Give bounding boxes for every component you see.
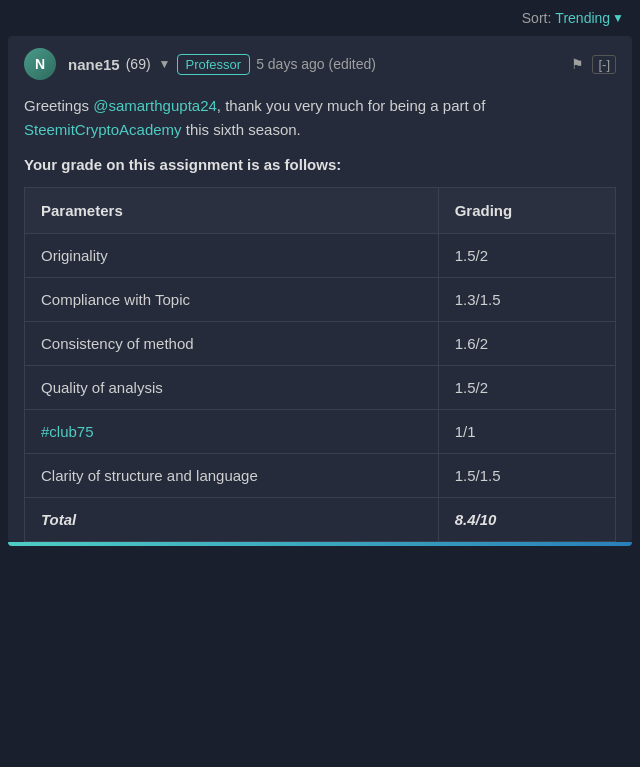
param-cell: Total — [25, 498, 439, 542]
table-row: Total8.4/10 — [25, 498, 616, 542]
body-prefix: Greetings — [24, 97, 93, 114]
param-cell: Clarity of structure and language — [25, 454, 439, 498]
mention-link[interactable]: @samarthgupta24 — [93, 97, 217, 114]
param-cell: Originality — [25, 234, 439, 278]
header-actions: ⚑ [-] — [571, 55, 616, 74]
avatar[interactable]: N — [24, 48, 56, 80]
grade-cell: 1.3/1.5 — [438, 278, 615, 322]
table-row: #club751/1 — [25, 410, 616, 454]
param-cell: #club75 — [25, 410, 439, 454]
hashtag-link[interactable]: #club75 — [41, 423, 94, 440]
timestamp: 5 days ago (edited) — [256, 56, 376, 72]
bottom-bar — [8, 542, 632, 546]
grade-table: Parameters Grading Originality1.5/2Compl… — [24, 187, 616, 542]
post-card: N nane15 (69) ▼ Professor 5 days ago (ed… — [8, 36, 632, 542]
table-row: Clarity of structure and language1.5/1.5 — [25, 454, 616, 498]
table-row: Quality of analysis1.5/2 — [25, 366, 616, 410]
post-header: N nane15 (69) ▼ Professor 5 days ago (ed… — [24, 48, 616, 80]
grade-cell: 1.5/1.5 — [438, 454, 615, 498]
dropdown-icon[interactable]: ▼ — [159, 57, 171, 71]
param-cell: Quality of analysis — [25, 366, 439, 410]
post-body: Greetings @samarthgupta24, thank you ver… — [24, 94, 616, 142]
sort-label: Sort: — [522, 10, 552, 26]
sort-value[interactable]: Trending — [555, 10, 610, 26]
grade-cell: 1.6/2 — [438, 322, 615, 366]
grade-cell: 1.5/2 — [438, 366, 615, 410]
table-row: Compliance with Topic1.3/1.5 — [25, 278, 616, 322]
table-row: Originality1.5/2 — [25, 234, 616, 278]
param-cell: Compliance with Topic — [25, 278, 439, 322]
sort-bar: Sort: Trending ▼ — [0, 0, 640, 36]
chevron-down-icon[interactable]: ▼ — [612, 11, 624, 25]
grade-cell: 1/1 — [438, 410, 615, 454]
grade-cell: 8.4/10 — [438, 498, 615, 542]
param-cell: Consistency of method — [25, 322, 439, 366]
table-row: Consistency of method1.6/2 — [25, 322, 616, 366]
professor-badge: Professor — [177, 54, 251, 75]
collapse-button[interactable]: [-] — [592, 55, 616, 74]
body-middle: , thank you very much for being a part o… — [217, 97, 485, 114]
reputation: (69) — [126, 56, 151, 72]
flag-icon[interactable]: ⚑ — [571, 56, 584, 72]
grade-cell: 1.5/2 — [438, 234, 615, 278]
username[interactable]: nane15 — [68, 56, 120, 73]
col2-header: Grading — [438, 188, 615, 234]
academy-link[interactable]: SteemitCryptoAcademy — [24, 121, 182, 138]
col1-header: Parameters — [25, 188, 439, 234]
grade-intro: Your grade on this assignment is as foll… — [24, 156, 616, 173]
body-suffix: this sixth season. — [182, 121, 301, 138]
